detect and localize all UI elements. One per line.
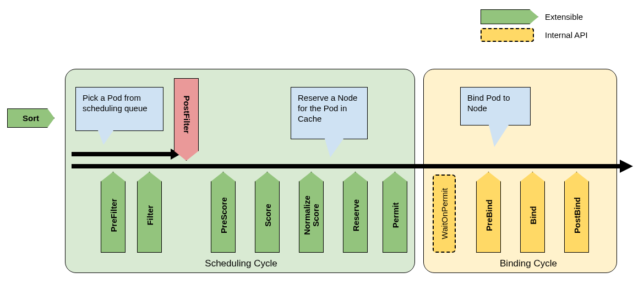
postbind-stage: PostBind — [564, 172, 589, 253]
prebind-stage: PreBind — [476, 172, 501, 253]
legend-extensible-swatch — [481, 9, 538, 24]
permit-label: Permit — [390, 203, 400, 228]
callout-reserve: Reserve a Node for the Pod in Cache — [291, 87, 368, 139]
filter-label: Filter — [145, 205, 154, 226]
main-flow-arrow — [72, 164, 622, 168]
permit-stage: Permit — [383, 172, 407, 253]
scheduling-cycle-title: Scheduling Cycle — [197, 258, 285, 269]
diagram-root: Scheduling Cycle Binding Cycle Sort Post… — [0, 0, 644, 289]
callout-bind-tail — [489, 125, 509, 147]
bind-label: Bind — [528, 206, 537, 225]
reserve-stage: Reserve — [343, 172, 368, 253]
callout-reserve-tail — [325, 139, 343, 157]
callout-pick-tail — [98, 130, 113, 145]
sort-label: Sort — [23, 113, 39, 123]
score-stage: Score — [255, 172, 280, 253]
reserve-label: Reserve — [351, 199, 360, 231]
sort-stage: Sort — [7, 108, 54, 128]
prescore-stage: PreScore — [211, 172, 236, 253]
prebind-label: PreBind — [484, 200, 493, 232]
pick-loop-arrow — [72, 152, 173, 156]
legend-internal-swatch — [481, 28, 534, 42]
normalize-score-stage: NormalizeScore — [299, 172, 324, 253]
postfilter-stage: PostFilter — [174, 78, 199, 161]
waitonpermit-stage: WaitOnPermit — [433, 175, 456, 253]
binding-cycle-title: Binding Cycle — [495, 258, 561, 269]
callout-bind-text: Bind Pod to Node — [467, 93, 510, 113]
score-label: Score — [263, 204, 272, 227]
postbind-label: PostBind — [572, 197, 581, 233]
bind-stage: Bind — [520, 172, 545, 253]
prefilter-label: PreFilter — [108, 199, 118, 232]
legend-extensible-label: Extensible — [545, 12, 583, 21]
waitonpermit-label: WaitOnPermit — [440, 188, 449, 239]
callout-pick-text: Pick a Pod from scheduling queue — [83, 93, 148, 113]
prescore-label: PreScore — [219, 197, 228, 233]
callout-bind: Bind Pod to Node — [460, 87, 531, 126]
callout-pick-pod: Pick a Pod from scheduling queue — [75, 87, 163, 131]
filter-stage: Filter — [137, 172, 162, 253]
main-flow-arrowhead — [620, 160, 633, 173]
normalize-score-label: NormalizeScore — [303, 196, 320, 236]
prefilter-stage: PreFilter — [101, 172, 125, 253]
legend-internal-label: Internal API — [545, 30, 588, 40]
postfilter-label: PostFilter — [182, 95, 191, 133]
callout-reserve-text: Reserve a Node for the Pod in Cache — [298, 93, 357, 123]
